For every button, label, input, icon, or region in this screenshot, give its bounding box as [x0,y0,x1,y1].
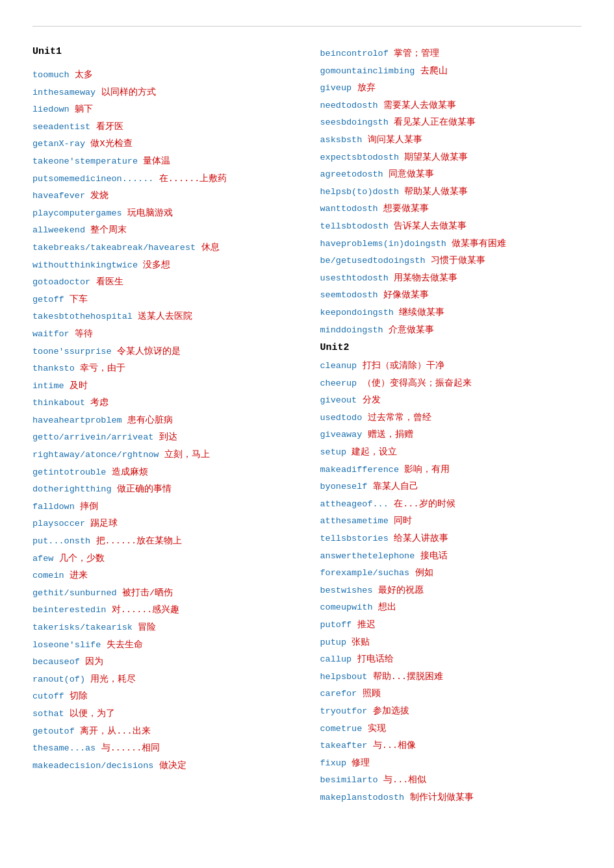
vocab-chinese: 推迟 [357,620,376,630]
vocab-english: needtodosth [320,101,378,110]
vocab-english: fixup [320,758,347,768]
vocab-chinese: 期望某人做某事 [404,153,468,162]
vocab-chinese: 看见某人正在做某事 [394,118,476,127]
vocab-chinese: 整个周末 [90,225,127,235]
vocab-english: keepondoingsth [320,308,394,317]
list-item: seesbdoingsth 看见某人正在做某事 [320,115,582,130]
vocab-english: putup [320,638,347,647]
vocab-chinese: 下车 [70,295,88,304]
unit2-title: Unit2 [320,342,582,353]
vocab-chinese: 与...相似 [383,775,426,785]
unit1-continued-list: beincontrolof 掌管；管理gomountainclimbing 去爬… [320,46,582,337]
vocab-english: getto/arrivein/arriveat [32,432,153,442]
list-item: waitfor 等待 [32,327,294,341]
vocab-chinese: （使）变得高兴；振奋起来 [363,378,472,388]
list-item: putsomemedicineon...... 在......上敷药 [32,171,294,186]
list-item: cleanup 打扫（或清除）干净 [320,358,582,373]
vocab-english: falldown [32,502,75,512]
list-item: helpsb(to)dosth 帮助某人做某事 [320,184,582,199]
vocab-chinese: 继续做某事 [399,308,444,317]
list-item: forexample/suchas 例如 [320,565,582,580]
vocab-chinese: 靠某人自己 [373,482,418,491]
list-item: put...onsth 把......放在某物上 [32,534,294,549]
vocab-chinese: 影响，有用 [404,465,450,475]
list-item: playsoccer 踢足球 [32,516,294,531]
list-item: bestwishes 最好的祝愿 [320,583,582,598]
vocab-chinese: 帮助某人做某事 [404,187,468,197]
vocab-english: comeupwith [320,602,373,612]
vocab-chinese: 患有心脏病 [127,415,173,425]
vocab-chinese: 参加选拔 [373,706,409,716]
list-item: thesame...as 与......相同 [32,741,294,756]
vocab-english: tellsbtodosth [320,221,389,231]
vocab-chinese: 切除 [70,691,88,701]
list-item: putup 张贴 [320,635,582,650]
list-item: seeadentist 看牙医 [32,119,294,134]
list-item: wanttodosth 想要做某事 [320,201,582,216]
list-item: carefor 照顾 [320,686,582,701]
list-item: thanksto 幸亏，由于 [32,361,294,376]
vocab-chinese: 冒险 [138,623,156,632]
vocab-english: rightaway/atonce/rghtnow [32,450,159,460]
vocab-english: helpsb(to)dosth [320,187,400,197]
vocab-chinese: 给某人讲故事 [394,534,448,543]
list-item: callup 打电话给 [320,652,582,667]
vocab-english: bestwishes [320,586,373,595]
list-item: afew 几个，少数 [32,551,294,566]
vocab-chinese: 实现 [368,724,386,734]
vocab-english: sothat [32,709,64,719]
list-item: putoff 推迟 [320,617,582,632]
vocab-chinese: 在......上敷药 [159,174,227,184]
vocab-chinese: 发烧 [90,191,109,201]
vocab-chinese: 等待 [75,329,93,339]
list-item: ranout(of) 用光，耗尽 [32,672,294,687]
vocab-chinese: 建起，设立 [352,447,397,457]
unit1-title: Unit1 [32,46,294,57]
vocab-english: put...onsth [32,536,90,546]
list-item: takerisks/takearisk 冒险 [32,620,294,635]
vocab-english: playsoccer [32,519,85,528]
list-item: giveaway 赠送，捐赠 [320,427,582,442]
right-column: beincontrolof 掌管；管理gomountainclimbing 去爬… [320,46,582,808]
list-item: thinkabout 考虑 [32,395,294,410]
vocab-chinese: 摔倒 [80,502,98,512]
vocab-english: getanX-ray [32,139,85,149]
vocab-english: gotoadoctor [32,277,90,287]
vocab-english: giveout [320,395,357,405]
vocab-english: takebreaks/takeabreak/havearest [32,243,196,253]
vocab-english: wanttodosth [320,204,378,214]
vocab-english: haveaheartproblem [32,415,122,425]
vocab-chinese: 张贴 [352,638,370,647]
list-item: keepondoingsth 继续做某事 [320,305,582,320]
vocab-english: asksbsth [320,135,363,145]
list-item: answerthetelephone 接电话 [320,549,582,564]
list-item: toone'ssurprise 令某人惊讶的是 [32,344,294,359]
vocab-english: cometrue [320,724,363,734]
vocab-chinese: 想要做某事 [383,204,429,214]
vocab-english: haveafever [32,191,85,201]
vocab-english: expectsbtodosth [320,153,400,162]
vocab-chinese: 几个，少数 [59,554,105,564]
list-item: setup 建起，设立 [320,445,582,460]
vocab-chinese: 做X光检查 [90,139,132,149]
list-item: tellsbtodosth 告诉某人去做某事 [320,219,582,234]
vocab-chinese: 离开，从...出来 [80,726,150,736]
vocab-english: be/getusedtodoingsth [320,256,426,266]
list-item: comeupwith 想出 [320,600,582,615]
vocab-chinese: 立刻，马上 [164,450,210,460]
vocab-chinese: 过去常常，曾经 [368,413,431,423]
vocab-chinese: 照顾 [363,689,381,699]
vocab-english: besimilarto [320,775,378,785]
vocab-english: giveup [320,83,352,93]
vocab-chinese: 赠送，捐赠 [368,430,413,440]
vocab-english: agreetodosth [320,169,383,179]
vocab-english: seesbdoingsth [320,118,389,127]
vocab-english: carefor [320,689,357,699]
vocab-english: intime [32,381,64,391]
vocab-chinese: 以同样的方式 [101,88,156,97]
vocab-chinese: 与...相像 [373,741,416,750]
vocab-chinese: 玩电脑游戏 [127,208,173,218]
list-item: intime 及时 [32,378,294,393]
vocab-chinese: 询问某人某事 [368,135,422,145]
vocab-chinese: 放弃 [357,83,376,93]
